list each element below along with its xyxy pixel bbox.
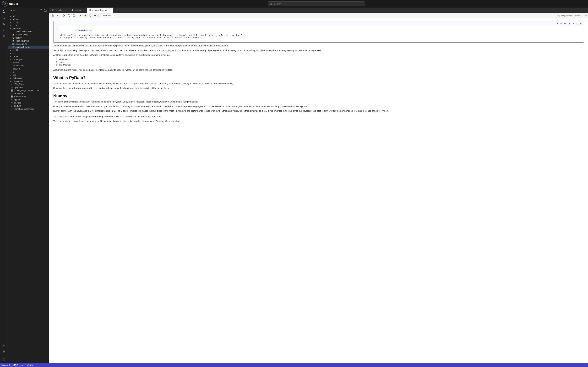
cell-add-above-btn[interactable]: +: [572, 22, 575, 25]
cell-code[interactable]: # Introduction While earlier the domain …: [59, 26, 584, 42]
list-item[interactable]: ▸kernel: [8, 55, 49, 58]
cell-run-btn[interactable]: ▶: [556, 22, 559, 25]
list-item[interactable]: ▸zmqstream: [8, 80, 49, 83]
tab-launcher-close[interactable]: ×: [64, 9, 67, 11]
gitignore-icon: ⬡: [11, 86, 13, 89]
main-layout: Files ▸.git ▸.github ▸content ▸core ▼exa…: [0, 8, 588, 363]
notebook-rendered-content: All data teams are continuously striving…: [53, 44, 584, 123]
new-folder-button[interactable]: [43, 9, 47, 12]
list-item[interactable]: ▸utils: [8, 74, 49, 76]
cell-back-btn[interactable]: ⏮: [568, 22, 571, 25]
launcher-tab-icon: 🚀: [52, 9, 54, 11]
cell-toolbar: ▶ ⧉ ⏭ ⏮ + + 🗑: [53, 21, 584, 26]
topbar: zasper: [0, 0, 588, 8]
h2-pydata: What is PyData?: [53, 75, 584, 80]
help-icon-btn[interactable]: [1, 356, 7, 362]
user-icon-btn[interactable]: [1, 34, 7, 39]
list-item[interactable]: ▸.git: [8, 15, 49, 18]
list-item[interactable]: ▸http: [8, 52, 49, 55]
folder-icon: ▸: [12, 30, 15, 33]
svg-point-4: [3, 23, 4, 24]
list-item[interactable]: ⚙ kernelConnection.json: [8, 108, 49, 111]
list-item[interactable]: md message.md: [8, 42, 49, 46]
search-icon-btn[interactable]: [1, 15, 7, 21]
list-item[interactable]: ▸websocket: [8, 76, 49, 80]
kernel-name: Python [conda env:default]*: [558, 15, 581, 17]
cut-button[interactable]: [62, 14, 66, 17]
copy-button[interactable]: [67, 14, 71, 17]
restart-button[interactable]: [88, 14, 92, 17]
paste-button[interactable]: [72, 14, 76, 17]
intro-para-3: Another feature that gives the edge to P…: [53, 53, 584, 57]
cell-skip-btn[interactable]: ⏭: [563, 22, 567, 25]
svg-marker-24: [95, 15, 96, 16]
list-item[interactable]: GO LICENSE: [8, 92, 49, 95]
list-icon-btn[interactable]: [1, 349, 7, 354]
list-item[interactable]: 📓example2.ipynb: [8, 46, 49, 49]
list-item[interactable]: GO go.mod: [8, 101, 49, 104]
list-item[interactable]: 📓example.ipynb: [8, 39, 49, 42]
svg-point-1: [270, 3, 272, 4]
fast-forward-button[interactable]: [93, 14, 97, 17]
list-item[interactable]: GO app.go: [8, 98, 49, 101]
svg-line-19: [64, 15, 65, 16]
intro-para-1: All data teams are continuously striving…: [53, 44, 584, 48]
svg-point-2: [3, 17, 5, 19]
save-button[interactable]: [50, 14, 55, 17]
list-item: Linux: [59, 61, 584, 63]
search-icon: [270, 3, 272, 5]
cell-type-select[interactable]: Markdown Code Raw: [101, 14, 116, 17]
h2-numpy: Numpy: [53, 93, 584, 98]
zasper-logo-icon: [2, 1, 8, 7]
list-item[interactable]: ▸content: [8, 21, 49, 24]
new-file-button[interactable]: [39, 9, 43, 12]
list-item: Windows: [59, 58, 584, 60]
run-button[interactable]: [78, 14, 83, 17]
tab-launcher[interactable]: 🚀 Launcher ×: [49, 8, 69, 13]
stop-button[interactable]: [83, 14, 88, 17]
notebook-icon: 📓: [12, 46, 15, 48]
tab-test-py-close[interactable]: ×: [82, 9, 84, 11]
file-sidebar: Files ▸.git ▸.github ▸content ▸core ▼exa…: [8, 8, 49, 363]
help-status-button[interactable]: ?: [583, 363, 587, 367]
list-item[interactable]: md CODE_OF_CONDUCT.md: [8, 89, 49, 92]
list-item[interactable]: ▸.ipynb_checkpoints: [8, 30, 49, 33]
example2-tab-icon: 📓: [89, 9, 91, 11]
health-folder-label: health: [13, 49, 18, 51]
list-item[interactable]: ⬡ .gitignore: [8, 86, 49, 89]
list-item[interactable]: ▼examples: [8, 27, 49, 30]
list-item[interactable]: ▸kernelspec: [8, 58, 49, 61]
notebook-content[interactable]: ▶ ⧉ ⏭ ⏮ + + 🗑 ▸ # Introduction While ear…: [49, 18, 588, 363]
list-item[interactable]: ▸screenshots: [8, 64, 49, 67]
list-item[interactable]: 📓Untitled.ipynb: [8, 33, 49, 36]
content-area: 🚀 Launcher × 🐍 test.py × 📓 example2.ipyn…: [49, 8, 588, 363]
file-icon: □: [11, 105, 13, 107]
list-item[interactable]: □ .DS_Store: [8, 83, 49, 86]
add-cell-button[interactable]: [55, 14, 60, 17]
numpy-ndarray-bold: ndarray: [95, 115, 104, 118]
list-item[interactable]: ▸health: [8, 49, 49, 52]
cell-delete-btn[interactable]: 🗑: [579, 22, 583, 25]
search-input[interactable]: [268, 1, 364, 6]
notebook-icon: 📓: [12, 40, 15, 42]
tab-example2-close[interactable]: ×: [108, 9, 110, 11]
list-item[interactable]: ▸core: [8, 24, 49, 27]
tab-test-py-label: test.py: [75, 9, 81, 11]
list-item[interactable]: ▸ui: [8, 70, 49, 74]
git-icon-btn[interactable]: [1, 21, 7, 27]
settings-icon-btn[interactable]: [1, 342, 7, 348]
list-item[interactable]: 🐍test.py: [8, 36, 49, 39]
cell-add-below-btn[interactable]: +: [576, 22, 578, 25]
list-item[interactable]: ▸session: [8, 67, 49, 70]
cell-gutter: ▸: [53, 26, 59, 42]
tab-example2-ipynb[interactable]: 📓 example2.ipynb ×: [87, 8, 113, 13]
files-icon-btn[interactable]: [1, 9, 7, 15]
list-item[interactable]: md README.md: [8, 95, 49, 98]
list-item[interactable]: ▸.github: [8, 18, 49, 21]
kernel-info: Python [conda env:default]* idle: [558, 15, 587, 17]
list-item[interactable]: □ go.sum: [8, 104, 49, 108]
tab-test-py[interactable]: 🐍 test.py ×: [69, 8, 87, 13]
terminal-icon-btn[interactable]: [1, 27, 7, 33]
list-item[interactable]: ▸models: [8, 61, 49, 64]
cell-copy-btn[interactable]: ⧉: [560, 22, 563, 25]
